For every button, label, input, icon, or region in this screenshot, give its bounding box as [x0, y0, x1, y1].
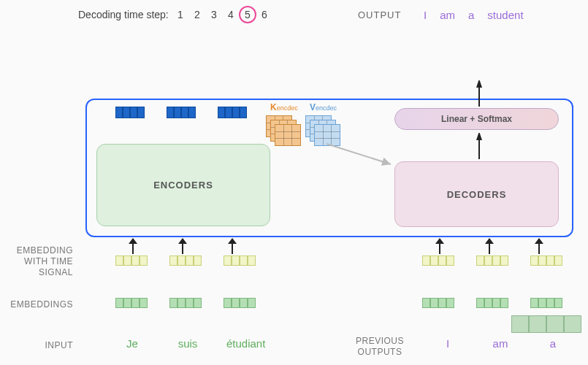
up-arrow-icon	[484, 238, 495, 254]
vector	[530, 256, 562, 266]
vector	[115, 107, 145, 118]
svg-line-0	[327, 144, 391, 164]
output-label: OUTPUT	[358, 9, 401, 20]
input-token: Je	[115, 337, 149, 350]
output-tokens: I am a student	[424, 9, 524, 21]
timestep-label: Decoding time step:	[78, 9, 169, 20]
vector	[224, 298, 256, 308]
step-1: 1	[175, 9, 186, 20]
enc-emb-vectors	[115, 298, 256, 308]
decoder-prev-tokens: I am a	[431, 337, 570, 350]
dec-emb-vectors	[422, 298, 562, 308]
step-3: 3	[209, 9, 219, 20]
k-label: Kencdec	[270, 102, 298, 112]
linear-softmax-box: Linear + Softmax	[394, 108, 559, 130]
step-5-current: 5	[243, 9, 253, 20]
timestep-list: 1 2 3 4 5 6	[175, 9, 270, 20]
prev-outputs-label: PREVIOUS OUTPUTS	[351, 336, 409, 358]
kv-to-decoder-arrow	[325, 142, 398, 174]
output-token: am	[440, 9, 455, 21]
decoders-box: DECODERS	[394, 161, 559, 227]
emb-ts-label: EMBEDDING WITH TIME SIGNAL	[6, 245, 73, 278]
vector	[530, 298, 562, 308]
encoder-input-arrows	[127, 238, 238, 254]
vector	[422, 298, 454, 308]
input-label: INPUT	[6, 340, 73, 351]
step-6: 6	[259, 9, 270, 20]
vector	[115, 256, 148, 266]
prev-token: am	[484, 337, 517, 350]
prev-token: I	[431, 337, 465, 350]
up-arrow-icon	[226, 238, 238, 254]
up-arrow-icon	[434, 238, 446, 254]
output-token: student	[487, 9, 523, 21]
input-token: suis	[171, 337, 205, 350]
output-token: a	[468, 9, 474, 21]
vector	[115, 298, 148, 308]
prev-token: a	[536, 337, 570, 350]
step-4: 4	[226, 9, 236, 20]
vector	[476, 298, 508, 308]
decoder-input-arrows	[434, 238, 545, 254]
vector	[422, 256, 454, 266]
vector	[169, 298, 202, 308]
linsoft-to-output-arrow	[473, 80, 485, 111]
decoder-to-linsoft-arrow	[473, 133, 485, 164]
v-label: Vencdec	[310, 102, 337, 112]
output-token: I	[424, 9, 427, 21]
dec-emb-ts-vectors	[422, 256, 562, 266]
next-emb-vector	[511, 315, 581, 333]
enc-emb-ts-vectors	[115, 256, 256, 266]
emb-label: EMBEDDINGS	[6, 299, 73, 310]
up-arrow-icon	[127, 238, 139, 254]
vector	[169, 256, 202, 266]
encoder-input-tokens: Je suis étudiant	[115, 337, 260, 350]
vector	[476, 256, 508, 266]
input-token: étudiant	[226, 337, 260, 350]
vector	[218, 107, 247, 118]
up-arrow-icon	[177, 238, 188, 254]
step-2: 2	[192, 9, 202, 20]
vector	[224, 256, 256, 266]
up-arrow-icon	[533, 238, 545, 254]
encoder-output-vectors	[115, 107, 247, 118]
encoders-box: ENCODERS	[96, 144, 270, 226]
vector	[167, 107, 196, 118]
